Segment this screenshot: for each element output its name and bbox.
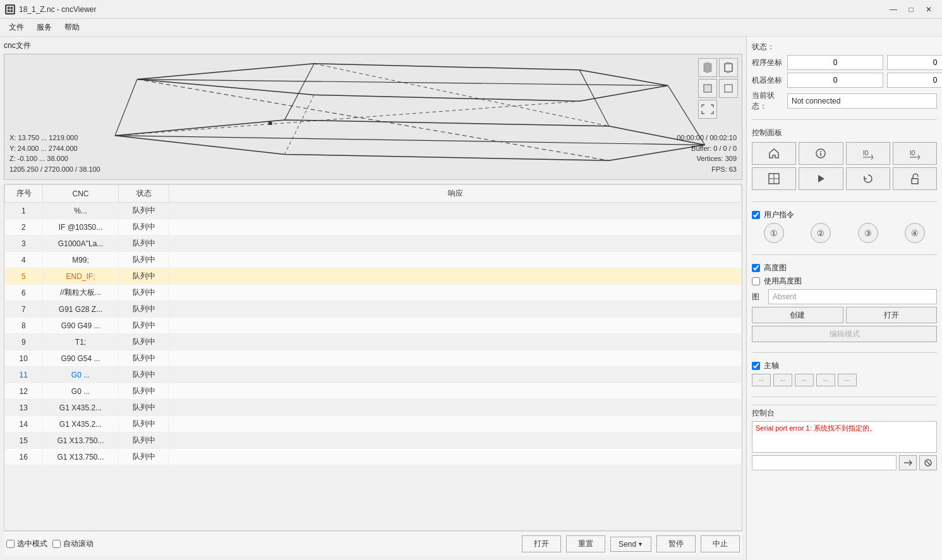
vp-vertices: Vertices: 309	[677, 153, 737, 164]
cell-status: 队列中	[119, 203, 169, 219]
ctrl-run-btn[interactable]	[799, 167, 843, 190]
spindle-knob-1[interactable]: ···	[752, 374, 771, 386]
cell-id: 11	[5, 367, 43, 383]
ctrl-center-btn[interactable]	[752, 167, 796, 190]
console-output: Serial port error 1: 系统找不到指定的。	[752, 421, 937, 453]
user-cmd-3[interactable]: ③	[858, 223, 878, 243]
left-panel: cnc文件	[0, 37, 746, 560]
cell-response	[169, 301, 742, 318]
send-dropdown-arrow[interactable]: ▼	[637, 541, 643, 547]
cnc-table: 序号 CNC 状态 响应 1%...队列中2IF @10350...队列中3G1…	[4, 184, 742, 465]
maximize-button[interactable]: □	[903, 3, 919, 16]
cell-id: 4	[5, 252, 43, 268]
vp-z-range: Z: -0.100 ... 38.000	[9, 153, 100, 164]
program-coord-x[interactable]	[787, 55, 883, 70]
user-cmd-1[interactable]: ①	[764, 223, 784, 243]
vp-fullscreen-btn[interactable]	[698, 100, 717, 119]
machine-coord-x[interactable]	[787, 73, 883, 88]
table-row: 9T1;队列中	[5, 334, 742, 350]
create-heightmap-btn[interactable]: 创建	[752, 307, 843, 323]
spindle-knob-2[interactable]: ···	[773, 374, 792, 386]
viewport-info-left: X: 13.750 ... 1219.000 Y: 24.000 ... 274…	[9, 133, 100, 174]
table-scroll[interactable]: 序号 CNC 状态 响应 1%...队列中2IF @10350...队列中3G1…	[4, 184, 742, 531]
cell-response	[169, 318, 742, 334]
cell-response	[169, 350, 742, 367]
ctrl-info-btn[interactable]	[799, 142, 843, 165]
col-header-status: 状态	[119, 185, 169, 203]
menu-help[interactable]: 帮助	[58, 21, 86, 34]
console-text: Serial port error 1: 系统找不到指定的。	[756, 424, 876, 432]
table-row: 8G90 G49 ...队列中	[5, 318, 742, 334]
console-clear-btn[interactable]	[919, 455, 937, 470]
cell-status: 队列中	[119, 350, 169, 367]
ctrl-reset-btn[interactable]	[846, 167, 890, 190]
cell-response	[169, 268, 742, 285]
console-send-btn[interactable]	[899, 455, 917, 470]
open-button[interactable]: 打开	[522, 535, 561, 552]
spindle-knob-3[interactable]: ···	[795, 374, 814, 386]
svg-rect-14	[269, 122, 272, 125]
cell-response	[169, 219, 742, 235]
vp-2d-btn[interactable]	[698, 79, 717, 98]
heightmap-checkbox[interactable]	[752, 264, 760, 272]
send-button[interactable]: Send ▼	[610, 537, 651, 552]
stop-button[interactable]: 中止	[701, 535, 740, 552]
svg-line-34	[926, 461, 930, 465]
menu-file[interactable]: 文件	[3, 21, 30, 34]
spindle-knob-4[interactable]: ···	[816, 374, 835, 386]
table-row: 12G0 ...队列中	[5, 383, 742, 400]
machine-coord-y[interactable]	[887, 73, 942, 88]
table-header-row: 序号 CNC 状态 响应	[5, 185, 742, 203]
cell-status: 队列中	[119, 367, 169, 383]
viewport-toolbar	[698, 58, 738, 119]
checkbox-select-label[interactable]: 选中模式	[6, 539, 47, 549]
cell-id: 14	[5, 416, 43, 432]
cell-cnc: G91 G28 Z...	[43, 301, 119, 318]
open-heightmap-btn[interactable]: 打开	[846, 307, 938, 323]
program-coord-row: 程序坐标	[752, 55, 937, 70]
cell-response	[169, 432, 742, 449]
cell-cnc: G90 G54 ...	[43, 350, 119, 367]
program-coord-y[interactable]	[887, 55, 942, 70]
use-heightmap-checkbox[interactable]	[752, 277, 760, 285]
cell-cnc: G0 ...	[43, 383, 119, 400]
heightmap-field-label: 图	[752, 292, 764, 302]
ctrl-probe-z-btn[interactable]: l0	[893, 142, 937, 165]
cell-cnc: G0 ...	[43, 367, 119, 383]
spindle-knob-5[interactable]: ···	[838, 374, 857, 386]
cell-cnc: G1 X435.2...	[43, 400, 119, 416]
menu-service[interactable]: 服务	[30, 21, 58, 34]
svg-marker-17	[704, 63, 711, 73]
svg-text:l0: l0	[910, 149, 915, 157]
user-cmd-4[interactable]: ④	[905, 223, 925, 243]
user-cmd-2[interactable]: ②	[811, 223, 831, 243]
spindle-label: 主轴	[764, 360, 779, 371]
svg-rect-18	[725, 64, 732, 71]
checkbox-auto-scroll[interactable]	[52, 540, 61, 548]
cell-status: 队列中	[119, 268, 169, 285]
ctrl-zero-z-btn[interactable]: l0	[846, 142, 890, 165]
cell-id: 7	[5, 301, 43, 318]
table-row: 6//颗粒大板...队列中	[5, 285, 742, 301]
vp-3d-solid-btn[interactable]	[698, 58, 717, 77]
cell-response	[169, 449, 742, 465]
reset-button[interactable]: 重置	[566, 535, 605, 552]
cell-id: 12	[5, 383, 43, 400]
vp-2d-wire-btn[interactable]	[719, 79, 738, 98]
checkbox-select-mode[interactable]	[6, 540, 15, 548]
ctrl-unlock-btn[interactable]	[893, 167, 937, 190]
console-input-field[interactable]	[752, 455, 897, 470]
spindle-checkbox[interactable]	[752, 362, 760, 370]
viewport[interactable]: X: 13.750 ... 1219.000 Y: 24.000 ... 274…	[4, 54, 742, 180]
window-controls: — □ ✕	[885, 3, 937, 16]
minimize-button[interactable]: —	[885, 3, 902, 16]
checkbox-autoscroll-label[interactable]: 自动滚动	[52, 539, 94, 549]
user-cmd-section: 用户指令 ① ② ③ ④	[752, 210, 937, 247]
table-row: 4M99;队列中	[5, 252, 742, 268]
edit-mode-btn[interactable]: 编辑模式	[752, 326, 937, 342]
close-button[interactable]: ✕	[921, 3, 937, 16]
pause-button[interactable]: 暂停	[656, 535, 696, 552]
user-cmd-checkbox[interactable]	[752, 211, 760, 219]
ctrl-home-btn[interactable]	[752, 142, 796, 165]
vp-3d-wire-btn[interactable]	[719, 58, 738, 77]
